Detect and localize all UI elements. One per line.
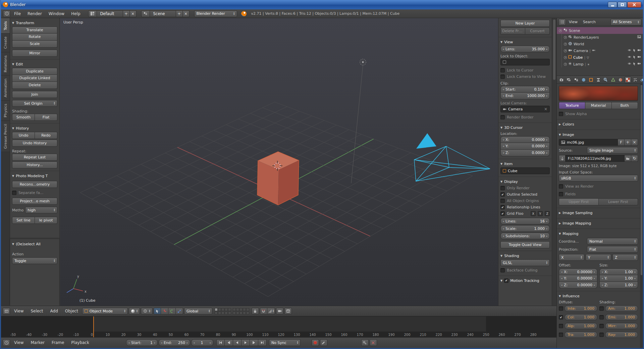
tab-modifiers[interactable] [602, 77, 609, 83]
expander-icon[interactable] [564, 36, 567, 39]
increment-icon[interactable] [593, 270, 596, 273]
add-scene-button[interactable] [176, 10, 183, 17]
undo-button[interactable]: Undo [12, 132, 35, 139]
action-toggle-dropdown[interactable]: Toggle [12, 257, 57, 264]
decrement-icon[interactable] [502, 145, 505, 148]
decrement-icon[interactable] [502, 220, 505, 223]
panel-header-image[interactable]: Image [559, 132, 638, 138]
scrollbar-thumb[interactable] [553, 19, 555, 80]
grid-axis-y-button[interactable]: Y [538, 211, 543, 216]
editor-type-timeline-button[interactable] [3, 339, 10, 346]
outliner-display-dropdown[interactable]: All Scenes [610, 19, 641, 26]
offset-y-field[interactable]: Y:0.00000 [559, 275, 597, 282]
expander-icon[interactable] [564, 49, 567, 52]
delete-frame-button[interactable]: Delete Fra... [500, 28, 525, 35]
play-reverse-button[interactable] [233, 339, 241, 346]
source-dropdown[interactable]: Single Image [587, 147, 638, 154]
layer-toggle[interactable] [221, 308, 224, 311]
increment-icon[interactable] [545, 88, 548, 91]
panel-header-view[interactable]: View [500, 39, 550, 45]
size-z-field[interactable]: Z:1.00 [599, 282, 638, 289]
new-image-button[interactable] [625, 139, 631, 146]
cursor-x-field[interactable]: X:0.0000 [500, 136, 550, 143]
renderability-icon[interactable] [637, 62, 641, 66]
decrement-icon[interactable] [560, 284, 563, 287]
panel-header-image-sampling[interactable]: Image Sampling [559, 210, 638, 216]
maximize-button[interactable] [618, 2, 627, 8]
outliner-row-cube[interactable]: Cube | [562, 54, 643, 61]
outline-selected-checkbox[interactable]: Outline Selected [500, 192, 550, 197]
snap-toggle-button[interactable] [260, 308, 267, 314]
render-opengl-anim-button[interactable] [284, 308, 292, 314]
tab-grease-pencil[interactable]: Grease Pencil [1, 121, 10, 152]
panel-header-shading[interactable]: Shading [500, 253, 550, 259]
projection-dropdown[interactable]: Flat [587, 246, 638, 253]
close-button[interactable] [627, 2, 641, 8]
layer-toggle[interactable] [218, 308, 221, 311]
offset-z-field[interactable]: Z:0.00000 [559, 282, 597, 289]
decrement-icon[interactable] [502, 48, 505, 51]
visibility-eye-icon[interactable] [628, 48, 631, 53]
increment-icon[interactable] [153, 341, 156, 344]
mode-dropdown[interactable]: Object Mode [82, 308, 128, 314]
outliner-row-scene[interactable]: Scene [557, 27, 643, 34]
delete-screen-layout-button[interactable] [130, 10, 137, 17]
decrement-icon[interactable] [502, 138, 505, 141]
layer-toggle[interactable] [246, 308, 249, 311]
outliner-row-renderlayers[interactable]: RenderLayers [562, 34, 643, 41]
scale-button[interactable]: Scale [12, 41, 57, 48]
lock-camera-checkbox[interactable]: Lock Camera to View [500, 74, 550, 80]
method-dropdown[interactable]: high [25, 207, 57, 213]
clear-icon[interactable] [544, 107, 547, 111]
tab-scene[interactable] [573, 77, 580, 83]
menu-frame[interactable]: Frame [49, 339, 67, 347]
convert-button[interactable]: Convert [525, 28, 550, 35]
increment-icon[interactable] [545, 151, 548, 154]
project-onto-mesh-button[interactable]: Project...o mesh [12, 198, 57, 205]
flat-button[interactable]: Flat [35, 114, 57, 121]
timeline-ruler[interactable]: -50-40-30-20-100102030405060708090100110… [1, 316, 556, 337]
increment-icon[interactable] [545, 235, 548, 238]
influence-slider[interactable]: Alp:1.000 [565, 323, 597, 329]
cursor-z-field[interactable]: Z:0.0000 [500, 150, 550, 156]
increment-icon[interactable] [593, 277, 596, 280]
decrement-icon[interactable] [601, 277, 604, 280]
mirror-button[interactable]: Mirror [12, 50, 57, 57]
map-z-dropdown[interactable]: Z [612, 254, 638, 261]
expander-icon[interactable] [559, 29, 562, 32]
delete-scene-button[interactable] [183, 10, 190, 17]
panel-header-colors[interactable]: Colors [559, 121, 638, 127]
camera-object[interactable] [414, 133, 490, 181]
properties-scrollbar[interactable] [640, 84, 643, 348]
expander-icon[interactable] [564, 43, 567, 46]
grid-lines-field[interactable]: Lines:16 [500, 218, 550, 225]
coordinates-dropdown[interactable]: Normal [587, 238, 638, 245]
scale-pivot-button[interactable]: le pivot [35, 217, 57, 224]
menu-file[interactable]: File [11, 10, 24, 18]
decrement-icon[interactable] [502, 235, 505, 238]
selectability-icon[interactable] [633, 62, 636, 66]
tab-render[interactable] [558, 77, 565, 83]
manipulator-rotate-button[interactable] [168, 308, 176, 314]
unlink-image-button[interactable] [631, 139, 638, 146]
join-button[interactable]: Join [12, 91, 57, 98]
orientation-dropdown[interactable]: Global [184, 308, 212, 314]
increment-icon[interactable] [186, 341, 189, 344]
menu-add[interactable]: Add [47, 307, 61, 315]
checkbox-icon[interactable] [599, 306, 604, 311]
set-line-button[interactable]: Set line [12, 217, 35, 224]
viewport-scrollbar[interactable] [552, 18, 556, 306]
increment-icon[interactable] [593, 284, 596, 287]
minimize-button[interactable] [608, 2, 617, 8]
delete-keyframe-button[interactable] [370, 339, 377, 346]
jump-to-start-button[interactable] [216, 339, 225, 346]
delete-button[interactable]: Delete [12, 82, 57, 89]
menu-view[interactable]: View [567, 18, 580, 26]
undo-history-button[interactable]: Undo History [12, 140, 57, 147]
increment-icon[interactable] [545, 48, 548, 51]
next-keyframe-button[interactable] [250, 339, 258, 346]
layer-toggle[interactable] [233, 311, 236, 314]
cube-object[interactable] [257, 152, 299, 205]
checkbox-icon[interactable] [599, 315, 604, 319]
pivot-dropdown[interactable] [141, 308, 153, 314]
